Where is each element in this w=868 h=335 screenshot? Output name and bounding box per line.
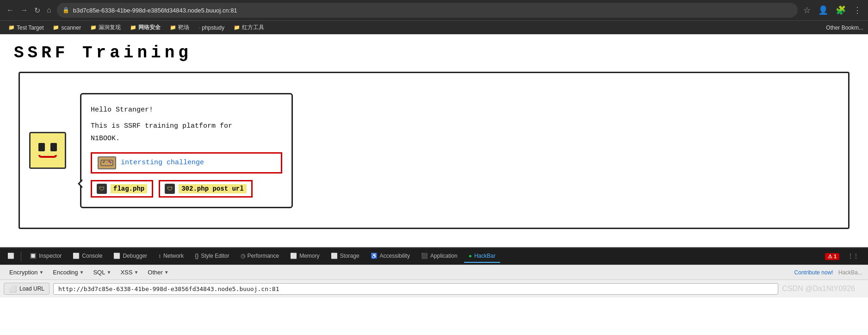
- flag-link-text[interactable]: flag.php: [111, 184, 147, 193]
- svg-rect-5: [105, 161, 108, 163]
- tab-storage[interactable]: ⬜ Storage: [326, 250, 364, 263]
- hackbar-sql[interactable]: SQL ▼: [89, 267, 115, 277]
- bookmark-label: phpstudy: [202, 25, 224, 31]
- bookmark-phpstudy[interactable]: · phpstudy: [195, 24, 228, 32]
- xss-dropdown-arrow: ▼: [134, 270, 138, 275]
- hackbar-other[interactable]: Other ▼: [144, 267, 172, 277]
- folder-icon: 📁: [90, 25, 97, 31]
- tab-console[interactable]: ⬜ Console: [68, 250, 107, 263]
- challenge-box: intersting challenge: [91, 152, 282, 174]
- tab-debugger[interactable]: ⬜ Debugger: [109, 250, 152, 263]
- load-url-label: Load URL: [19, 285, 44, 292]
- hackbar-right: Contribute now! HackBa...: [794, 269, 862, 276]
- devtools-more-icon[interactable]: ⋮⋮: [843, 250, 863, 263]
- hackbar-xss[interactable]: XSS ▼: [117, 267, 142, 277]
- svg-point-3: [109, 161, 110, 162]
- lock-icon: 🔒: [62, 7, 69, 13]
- console-icon: ⬜: [73, 253, 80, 259]
- debugger-icon: ⬜: [113, 253, 120, 259]
- contribute-label[interactable]: Contribute now!: [794, 269, 833, 276]
- hackbar-url-input[interactable]: [53, 283, 778, 295]
- accessibility-icon: ♿: [371, 253, 378, 259]
- bookmark-star-icon[interactable]: ☆: [801, 3, 812, 17]
- challenge-link[interactable]: intersting challenge: [121, 159, 204, 167]
- tab-style-editor[interactable]: {} Style Editor: [190, 250, 234, 263]
- other-bookmarks[interactable]: Other Bookm...: [826, 25, 863, 31]
- hackbar-brand: HackBa...: [838, 269, 862, 276]
- tab-performance-label: Performance: [248, 253, 279, 259]
- card-area: Hello Stranger! This is SSRF training pl…: [19, 72, 849, 229]
- back-button[interactable]: ←: [5, 4, 16, 16]
- hackbar-encryption[interactable]: Encryption ▼: [6, 267, 47, 277]
- page-content: SSRF Training Hello Stranger! This is SS…: [0, 34, 868, 247]
- address-input[interactable]: [73, 7, 792, 14]
- reload-button[interactable]: ↻: [32, 4, 42, 17]
- flag-link-item: 🛡 flag.php: [91, 180, 153, 198]
- tab-accessibility-label: Accessibility: [380, 253, 410, 259]
- nav-buttons: ← → ↻ ⌂: [5, 4, 53, 17]
- tab-style-label: Style Editor: [201, 253, 229, 259]
- forward-button[interactable]: →: [19, 4, 30, 16]
- tab-network[interactable]: ↕ Network: [154, 250, 188, 263]
- hello-line: Hello Stranger!: [91, 104, 282, 116]
- load-url-button[interactable]: ⬜ Load URL: [4, 283, 50, 295]
- devtools-right: ⚠ 1 ⋮⋮: [825, 250, 863, 263]
- watermark: CSDN @Da1NtY0926: [782, 285, 864, 293]
- gamepad-icon: [98, 156, 116, 169]
- pixel-avatar: [29, 132, 66, 169]
- speech-text-line1: Hello Stranger! This is SSRF training pl…: [91, 104, 282, 145]
- tab-storage-label: Storage: [340, 253, 360, 259]
- tab-memory[interactable]: ⬜ Memory: [285, 250, 324, 263]
- bookmark-label: scanner: [61, 25, 81, 31]
- 302-link-text[interactable]: 302.php post url: [179, 184, 246, 193]
- tab-network-label: Network: [163, 253, 184, 259]
- tab-accessibility[interactable]: ♿ Accessibility: [366, 250, 415, 263]
- bookmark-redteam[interactable]: 📁 红方工具: [230, 23, 268, 32]
- storage-icon: ⬜: [331, 253, 338, 259]
- browser-chrome: ← → ↻ ⌂ 🔒 ☆ 👤 🧩 ⋮ 📁 Test Target 📁 scanne…: [0, 0, 868, 34]
- folder-icon: 📁: [53, 25, 59, 31]
- svg-rect-2: [104, 161, 105, 162]
- bookmark-security[interactable]: 📁 网络安全: [126, 23, 164, 32]
- bookmark-scanner[interactable]: 📁 scanner: [49, 24, 85, 32]
- tab-hackbar-label: HackBar: [474, 253, 496, 259]
- network-icon: ↕: [158, 253, 161, 259]
- speech-box: Hello Stranger! This is SSRF training pl…: [80, 93, 293, 208]
- shield-icon-2: 🛡: [165, 184, 175, 194]
- application-icon: ⬛: [421, 253, 428, 259]
- tab-console-label: Console: [82, 253, 102, 259]
- devtools-toggle-icon[interactable]: ⬜: [5, 251, 17, 262]
- pixel-mouth: [38, 155, 57, 158]
- error-count: 1: [834, 254, 837, 259]
- encoding-dropdown-arrow: ▼: [80, 270, 84, 275]
- load-url-icon: ⬜: [9, 285, 17, 292]
- tab-application[interactable]: ⬛ Application: [416, 250, 462, 263]
- inspector-icon: 🔲: [30, 253, 37, 259]
- extensions-icon[interactable]: 🧩: [834, 3, 848, 17]
- sql-label: SQL: [93, 269, 105, 276]
- other-label: Other: [148, 269, 163, 276]
- performance-icon: ◷: [241, 253, 245, 259]
- bookmark-target[interactable]: 📁 靶场: [166, 23, 193, 32]
- folder-icon: 📁: [130, 25, 136, 31]
- home-button[interactable]: ⌂: [45, 4, 53, 16]
- tab-hackbar[interactable]: ● HackBar: [464, 250, 500, 263]
- error-badge: ⚠ 1: [825, 253, 839, 260]
- error-icon: ⚠: [828, 254, 832, 259]
- bookmark-vuln[interactable]: 📁 漏洞复现: [87, 23, 124, 32]
- tab-inspector[interactable]: 🔲 Inspector: [25, 250, 66, 263]
- xss-label: XSS: [120, 269, 132, 276]
- menu-icon[interactable]: ⋮: [851, 3, 863, 17]
- tab-inspector-label: Inspector: [39, 253, 62, 259]
- tab-debugger-label: Debugger: [123, 253, 147, 259]
- address-bar-container[interactable]: 🔒: [57, 3, 798, 18]
- hackbar-encoding[interactable]: Encoding ▼: [49, 267, 87, 277]
- bookmark-test-target[interactable]: 📁 Test Target: [5, 24, 47, 32]
- encoding-label: Encoding: [53, 269, 78, 276]
- profile-icon[interactable]: 👤: [816, 3, 830, 17]
- folder-icon: 📁: [8, 25, 15, 31]
- folder-icon: 📁: [234, 25, 240, 31]
- sql-dropdown-arrow: ▼: [106, 270, 111, 275]
- tab-performance[interactable]: ◷ Performance: [236, 250, 284, 263]
- tab-memory-label: Memory: [299, 253, 319, 259]
